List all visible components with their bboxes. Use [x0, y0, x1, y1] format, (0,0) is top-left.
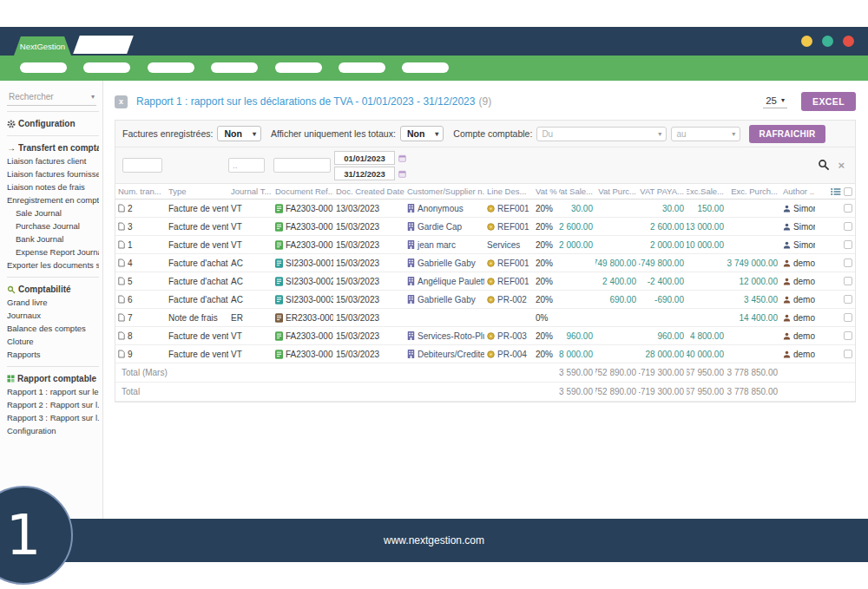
sidebar-item[interactable]: Enregistrement en compt...	[7, 193, 99, 206]
col-header-sorted[interactable]: Doc. Created Date▼	[333, 187, 404, 196]
nav-pill[interactable]	[211, 62, 258, 73]
sidebar-item[interactable]: Bank Journal	[7, 232, 99, 245]
customer-cell[interactable]: Gabrielle Gaby	[404, 259, 484, 268]
customer-cell[interactable]: Gardie Cap	[404, 222, 484, 232]
row-checkbox[interactable]	[844, 350, 852, 358]
col-header[interactable]: Vat %	[533, 187, 559, 196]
row-checkbox[interactable]	[844, 277, 852, 285]
table-row[interactable]: 2 Facture de vente VT FA2303-0001 13/03/…	[115, 200, 855, 218]
customer-cell[interactable]: jean marc	[404, 240, 484, 250]
select-all-checkbox[interactable]	[844, 187, 852, 196]
sidebar-item[interactable]: Cloture	[7, 335, 99, 348]
table-row[interactable]: 5 Facture d'achat AC SI2303-0002 15/03/2…	[115, 272, 855, 291]
line-desc-cell[interactable]: PR-004	[484, 350, 533, 359]
document-ref-cell[interactable]: FA2303-0001	[273, 204, 333, 213]
sidebar-item[interactable]: Grand livre	[7, 296, 99, 309]
col-header[interactable]: Author ...	[780, 187, 815, 196]
list-icon[interactable]	[831, 187, 841, 196]
sidebar-item[interactable]: Configuration	[7, 117, 99, 130]
journal-filter-input[interactable]: ..	[228, 158, 265, 173]
sidebar-item[interactable]: Rapport 2 : Rapport sur l...	[7, 398, 99, 411]
line-desc-cell[interactable]: REF001	[484, 222, 533, 232]
document-ref-cell[interactable]: FA2303-0004	[273, 331, 333, 341]
sidebar-search-select[interactable]: Rechercher ▾	[7, 89, 96, 106]
document-ref-cell[interactable]: SI2303-0002	[273, 277, 333, 286]
col-header[interactable]: VAT PAYA...	[639, 187, 687, 196]
sidebar-item[interactable]: Purchase Journal	[7, 219, 99, 232]
sidebar-item[interactable]: Liaison factures fournisseur	[7, 167, 99, 180]
nav-pill[interactable]	[339, 62, 385, 73]
col-header[interactable]: Document Ref...	[273, 187, 333, 196]
nav-pill[interactable]	[20, 62, 67, 73]
col-header[interactable]: Num. tran...	[115, 187, 166, 196]
account-to-input[interactable]: au▾	[671, 127, 740, 141]
sidebar-item[interactable]: Rapport 3 : Rapport sur l...	[7, 411, 99, 424]
page-size-select[interactable]: 25▾	[763, 95, 787, 108]
calendar-icon[interactable]	[398, 154, 406, 162]
document-ref-cell[interactable]: SI2303-0003	[273, 295, 333, 304]
row-checkbox[interactable]	[844, 204, 852, 213]
sidebar-item[interactable]: Liaison notes de frais	[7, 180, 99, 193]
line-desc-cell[interactable]: REF001	[484, 277, 533, 286]
table-row[interactable]: 1 Facture de vente VT FA2303-0003 15/03/…	[115, 236, 855, 254]
row-checkbox[interactable]	[844, 259, 852, 267]
line-desc-cell[interactable]: Services	[484, 240, 533, 250]
date-from-input[interactable]: 01/01/2023	[334, 151, 395, 165]
customer-cell[interactable]: Services-Roto-Plus	[404, 331, 484, 341]
account-from-input[interactable]: Du▾	[536, 127, 667, 141]
col-header[interactable]: Vat Purc...	[595, 187, 639, 196]
col-header[interactable]: Exc. Purch...	[727, 187, 780, 196]
sidebar-item[interactable]: Rapports	[7, 348, 99, 361]
row-checkbox[interactable]	[844, 331, 852, 340]
customer-cell[interactable]: Anonymous	[404, 204, 484, 213]
sidebar-item[interactable]: Balance des comptes	[7, 322, 99, 335]
table-row[interactable]: 3 Facture de vente VT FA2303-0002 15/03/…	[115, 218, 855, 236]
document-ref-cell[interactable]: FA2303-0002	[273, 222, 333, 232]
document-ref-cell[interactable]: FA2303-0005	[273, 350, 333, 359]
refresh-button[interactable]: RAFRAICHIR	[749, 125, 825, 143]
nav-pill[interactable]	[275, 62, 322, 73]
customer-cell[interactable]: Debiteurs/Crediteurs	[404, 350, 484, 359]
nav-pill[interactable]	[83, 62, 130, 73]
col-header[interactable]: Line Des...	[484, 187, 533, 196]
excel-export-button[interactable]: EXCEL	[801, 92, 856, 111]
table-row[interactable]: 4 Facture d'achat AC SI2303-0001 15/03/2…	[115, 254, 855, 272]
line-desc-cell[interactable]: PR-003	[484, 331, 533, 341]
num-filter-input[interactable]	[122, 158, 162, 173]
sidebar-item[interactable]: Rapport 1 : rapport sur le...	[7, 385, 99, 398]
clear-filter-icon[interactable]: ×	[838, 160, 845, 171]
sidebar-item[interactable]: Rapport comptable	[7, 372, 99, 385]
search-icon[interactable]	[818, 159, 830, 171]
row-checkbox[interactable]	[844, 295, 852, 304]
registered-select[interactable]: Non▾	[217, 126, 260, 141]
table-row[interactable]: 7 Note de frais ER ER2303-0001 15/03/202…	[115, 309, 855, 327]
sidebar-item[interactable]: Liaison factures client	[7, 154, 99, 167]
table-row[interactable]: 9 Facture de vente VT FA2303-0005 15/03/…	[115, 345, 855, 363]
docref-filter-input[interactable]	[273, 158, 331, 173]
date-to-input[interactable]: 31/12/2023	[334, 167, 395, 180]
sidebar-item[interactable]: Comptabilité	[7, 283, 99, 296]
customer-cell[interactable]: Gabrielle Gaby	[404, 295, 484, 304]
table-row[interactable]: 6 Facture d'achat AC SI2303-0003 15/03/2…	[115, 291, 855, 309]
document-ref-cell[interactable]: ER2303-0001	[273, 313, 333, 323]
totals-only-select[interactable]: Non▾	[400, 126, 444, 141]
table-row[interactable]: 8 Facture de vente VT FA2303-0004 15/03/…	[115, 327, 855, 345]
line-desc-cell[interactable]: REF001	[484, 259, 533, 268]
col-header[interactable]: Journal T...	[228, 187, 273, 196]
customer-cell[interactable]: Angélique Paulette	[404, 277, 484, 286]
col-header[interactable]: Customer/Supplier n...	[404, 187, 484, 196]
nav-pill[interactable]	[148, 62, 194, 73]
sidebar-item[interactable]: Journaux	[7, 309, 99, 322]
sidebar-item[interactable]: Configuration	[7, 424, 99, 437]
line-desc-cell[interactable]: REF001	[484, 204, 533, 213]
col-header[interactable]: Exc.Sale...	[687, 187, 727, 196]
col-header[interactable]: Vat Sale...	[559, 187, 595, 196]
sidebar-item[interactable]: →Transfert en compta...	[7, 141, 99, 154]
document-ref-cell[interactable]: SI2303-0001	[273, 259, 333, 268]
sidebar-item[interactable]: Exporter les documents s...	[7, 259, 99, 272]
sidebar-item[interactable]: Sale Journal	[7, 206, 99, 219]
document-ref-cell[interactable]: FA2303-0003	[273, 240, 333, 250]
row-checkbox[interactable]	[844, 222, 852, 231]
col-header[interactable]: Type	[166, 187, 228, 196]
brand-tab[interactable]: NextGestion	[14, 36, 71, 56]
